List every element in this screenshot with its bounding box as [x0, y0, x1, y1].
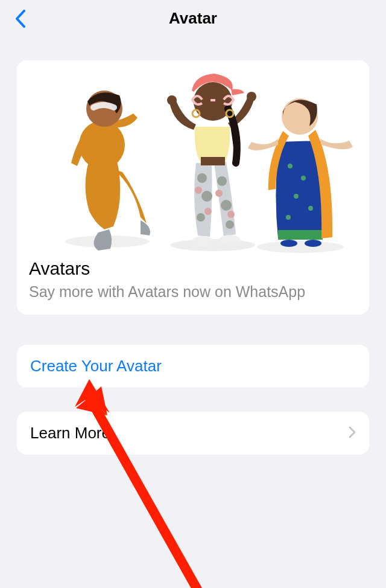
- chevron-left-icon: [15, 10, 26, 30]
- svg-point-6: [197, 213, 205, 222]
- svg-point-7: [217, 176, 227, 186]
- svg-point-1: [79, 121, 125, 169]
- create-avatar-label: Create Your Avatar: [30, 357, 162, 375]
- svg-point-14: [192, 236, 214, 247]
- learn-more-button[interactable]: Learn More: [17, 412, 369, 455]
- svg-rect-16: [201, 157, 225, 165]
- svg-point-32: [305, 240, 321, 247]
- svg-point-25: [301, 176, 306, 181]
- svg-point-11: [204, 208, 212, 215]
- svg-point-15: [219, 235, 241, 246]
- svg-point-28: [286, 215, 291, 220]
- svg-point-4: [197, 173, 207, 183]
- svg-point-13: [227, 211, 235, 218]
- svg-point-5: [201, 191, 212, 202]
- avatar-figure-1: [56, 85, 159, 254]
- create-avatar-button[interactable]: Create Your Avatar: [17, 345, 369, 388]
- avatars-illustration: [17, 60, 369, 254]
- svg-rect-29: [278, 230, 323, 240]
- page-title: Avatar: [169, 9, 217, 28]
- svg-point-9: [226, 220, 234, 229]
- svg-point-27: [308, 206, 313, 211]
- svg-point-24: [288, 164, 293, 168]
- svg-point-26: [294, 194, 299, 199]
- chevron-right-icon: [349, 426, 356, 441]
- hero-subtitle: Say more with Avatars now on WhatsApp: [17, 283, 369, 301]
- svg-point-31: [280, 240, 297, 247]
- svg-point-17: [167, 95, 177, 105]
- svg-point-23: [257, 241, 344, 253]
- content: Avatars Say more with Avatars now on Wha…: [0, 36, 386, 455]
- learn-more-label: Learn More: [30, 424, 110, 443]
- avatar-figure-3: [243, 88, 358, 257]
- svg-point-10: [195, 187, 202, 194]
- hero-title: Avatars: [17, 254, 369, 283]
- avatars-hero-card: Avatars Say more with Avatars now on Wha…: [17, 60, 369, 315]
- nav-bar: Avatar: [0, 0, 386, 36]
- svg-point-8: [221, 200, 232, 211]
- back-button[interactable]: [8, 7, 33, 31]
- svg-point-12: [215, 190, 223, 197]
